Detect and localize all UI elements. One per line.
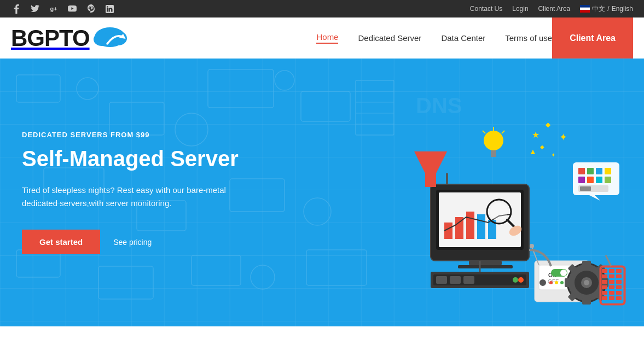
svg-rect-90 (602, 280, 607, 284)
see-pricing-link[interactable]: See pricing (113, 238, 152, 247)
svg-rect-97 (609, 291, 614, 295)
svg-rect-35 (466, 212, 474, 239)
svg-rect-113 (580, 186, 591, 191)
svg-rect-105 (587, 168, 594, 174)
svg-rect-85 (609, 269, 614, 273)
svg-point-50 (518, 277, 524, 283)
svg-point-39 (490, 203, 508, 220)
nav-data-center[interactable]: Data Center (441, 33, 485, 43)
lang-icon (580, 5, 590, 13)
svg-point-66 (555, 281, 558, 284)
svg-rect-93 (602, 285, 607, 289)
svg-point-67 (560, 281, 564, 284)
hero-subtitle: DEDICATED SERVERS FROM $99 (22, 131, 263, 139)
youtube-icon[interactable] (67, 3, 78, 14)
top-bar-right: Contact Us Login Client Area 中文 / Englis… (470, 4, 633, 14)
logo-text: BGPTO (11, 27, 90, 50)
svg-line-116 (606, 255, 611, 266)
svg-rect-72 (582, 261, 591, 267)
svg-rect-109 (587, 177, 594, 183)
svg-point-53 (484, 131, 503, 150)
nav-right-group: Home Dedicated Server Data Center Terms … (316, 17, 633, 58)
svg-rect-91 (609, 280, 614, 284)
lang-text-en[interactable]: English (612, 5, 633, 13)
svg-rect-101 (616, 296, 622, 300)
svg-rect-42 (469, 261, 502, 265)
svg-text:▲: ▲ (529, 147, 537, 156)
linkedin-icon[interactable] (104, 3, 115, 14)
svg-rect-107 (605, 168, 611, 174)
logo[interactable]: BGPTO (11, 22, 129, 54)
svg-rect-84 (602, 269, 607, 273)
svg-rect-2 (580, 10, 590, 13)
logo-cloud-icon (91, 22, 129, 54)
svg-text:◆: ◆ (546, 121, 551, 128)
lang-text-zh[interactable]: 中文 (592, 4, 605, 14)
login-link[interactable]: Login (512, 5, 528, 13)
get-started-button[interactable]: Get started (22, 230, 100, 254)
svg-rect-45 (433, 274, 526, 285)
svg-rect-43 (458, 265, 513, 268)
navbar: BGPTO Home Dedicated Server Data Center … (0, 17, 644, 58)
svg-rect-94 (609, 285, 614, 289)
google-plus-icon[interactable]: g+ (48, 3, 59, 14)
svg-text:✦: ✦ (559, 132, 567, 143)
svg-text:★: ★ (532, 130, 539, 139)
facebook-icon[interactable] (11, 3, 22, 14)
svg-rect-87 (602, 274, 607, 278)
svg-line-57 (502, 131, 504, 133)
svg-rect-1 (580, 8, 590, 10)
nav-links: Home Dedicated Server Data Center Terms … (316, 32, 552, 44)
top-bar: g+ Contact Us Login Client Area 中文 / Eng… (0, 0, 644, 17)
social-links: g+ (11, 3, 115, 14)
svg-rect-73 (582, 298, 591, 305)
contact-us-link[interactable]: Contact Us (470, 5, 502, 13)
svg-rect-46 (436, 276, 447, 284)
svg-rect-106 (596, 168, 602, 174)
svg-rect-47 (450, 276, 461, 284)
hero-content: DEDICATED SERVERS FROM $99 Self-Managed … (0, 98, 285, 287)
svg-rect-89 (616, 274, 622, 278)
nav-dedicated-server[interactable]: Dedicated Server (358, 33, 421, 43)
svg-point-63 (560, 270, 567, 276)
nav-home[interactable]: Home (316, 32, 338, 44)
hero-illustration: ON OFF (398, 97, 628, 326)
client-area-button[interactable]: Client Area (552, 17, 633, 58)
svg-rect-36 (477, 214, 485, 239)
svg-rect-111 (605, 177, 611, 183)
svg-line-56 (483, 131, 485, 133)
svg-point-65 (549, 281, 553, 284)
client-area-link-top[interactable]: Client Area (538, 5, 571, 13)
svg-rect-92 (616, 280, 622, 284)
svg-rect-86 (616, 269, 622, 273)
pinterest-icon[interactable] (85, 3, 96, 14)
svg-rect-99 (602, 296, 607, 300)
language-switcher[interactable]: 中文 / English (580, 4, 633, 14)
svg-rect-96 (602, 291, 607, 295)
svg-point-64 (539, 279, 546, 286)
svg-rect-52 (425, 173, 436, 187)
svg-point-49 (513, 277, 518, 283)
svg-point-81 (584, 280, 589, 285)
svg-marker-51 (414, 151, 447, 173)
svg-rect-108 (578, 177, 585, 183)
hero-title: Self-Managed Server (22, 145, 263, 172)
svg-point-69 (530, 244, 534, 248)
svg-rect-88 (609, 274, 614, 278)
svg-rect-100 (609, 296, 614, 300)
lang-separator: / (607, 5, 609, 13)
svg-rect-95 (616, 285, 622, 289)
hero-actions: Get started See pricing (22, 230, 263, 254)
svg-marker-103 (589, 195, 600, 201)
svg-rect-104 (578, 168, 585, 174)
twitter-icon[interactable] (30, 3, 40, 14)
nav-terms-of-use[interactable]: Terms of use (505, 33, 552, 43)
hero-description: Tired of sleepless nights? Rest easy wit… (22, 184, 263, 210)
svg-text:◆: ◆ (540, 144, 544, 150)
svg-text:✦: ✦ (551, 152, 555, 158)
svg-rect-54 (491, 150, 496, 157)
svg-rect-98 (616, 291, 622, 295)
svg-rect-110 (596, 177, 602, 183)
svg-rect-33 (444, 223, 452, 239)
hero-section: DNS DEDICATED SERVERS FROM $99 Self-Mana… (0, 58, 644, 326)
